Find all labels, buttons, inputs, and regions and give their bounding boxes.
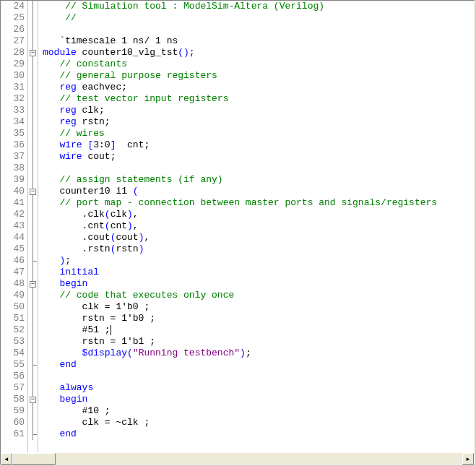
token: .cout — [43, 232, 111, 243]
code-line[interactable]: // Simulation tool : ModelSim-Altera (Ve… — [43, 1, 474, 12]
line-number: 37 — [1, 151, 25, 163]
fold-cell — [28, 1, 38, 12]
token — [43, 105, 59, 116]
code-line[interactable]: .cout(cout), — [43, 232, 474, 243]
line-number: 45 — [1, 243, 25, 255]
line-number: 30 — [1, 70, 25, 82]
token: ( — [105, 220, 111, 231]
line-number: 48 — [1, 278, 25, 290]
code-line[interactable]: // port map - connection between master … — [43, 197, 474, 209]
fold-toggle-icon[interactable]: − — [30, 281, 36, 288]
fold-toggle-icon[interactable]: − — [30, 189, 36, 195]
horizontal-scrollbar[interactable]: ◄ ► — [1, 452, 474, 464]
line-number: 59 — [1, 405, 25, 417]
code-line[interactable] — [43, 371, 474, 382]
code-line[interactable]: `timescale 1 ns/ 1 ns — [43, 35, 474, 47]
fold-cell — [28, 382, 38, 394]
code-line[interactable]: end — [43, 359, 474, 371]
code-line[interactable]: rstn = 1'b0 ; — [43, 313, 474, 324]
token — [43, 267, 59, 277]
code-line[interactable] — [43, 163, 474, 174]
line-number: 49 — [1, 290, 25, 301]
token: eachvec; — [77, 82, 127, 92]
code-line[interactable]: #10 ; — [43, 405, 474, 417]
token: $display — [82, 348, 127, 358]
code-line[interactable]: $display("Running testbench"); — [43, 348, 474, 359]
code-line[interactable]: .clk(clk), — [43, 209, 474, 220]
token: wire — [59, 139, 82, 150]
fold-cell[interactable]: − — [28, 47, 38, 59]
scrollbar-track[interactable] — [12, 453, 462, 464]
line-number: 61 — [1, 428, 25, 440]
line-number: 47 — [1, 267, 25, 278]
code-line[interactable]: reg rstn; — [43, 116, 474, 128]
token: ) — [139, 243, 144, 254]
token: rstn; — [77, 116, 111, 127]
token — [43, 70, 59, 81]
token — [43, 151, 59, 162]
line-number: 33 — [1, 105, 25, 116]
code-line[interactable]: clk = ~clk ; — [43, 417, 474, 428]
code-line[interactable]: // — [43, 12, 474, 24]
line-number: 25 — [1, 12, 25, 24]
code-line[interactable]: rstn = 1'b1 ; — [43, 336, 474, 348]
fold-cell — [28, 232, 38, 243]
fold-cell[interactable]: − — [28, 394, 38, 405]
scroll-right-button[interactable]: ► — [462, 453, 474, 465]
code-line[interactable]: reg clk; — [43, 105, 474, 116]
line-number: 56 — [1, 371, 25, 382]
code-line[interactable]: always — [43, 382, 474, 394]
code-line[interactable]: // wires — [43, 128, 474, 139]
token: rstn = 1'b0 ; — [43, 313, 155, 324]
token — [43, 128, 59, 139]
code-line[interactable]: ); — [43, 255, 474, 267]
code-line[interactable]: begin — [43, 394, 474, 405]
code-line[interactable] — [43, 24, 474, 35]
code-line[interactable]: counter10 i1 ( — [43, 186, 474, 197]
fold-cell — [28, 405, 38, 417]
fold-cell[interactable]: − — [28, 278, 38, 290]
code-line[interactable]: // assign statements (if any) — [43, 174, 474, 186]
token: // constants — [59, 59, 127, 69]
code-line[interactable]: // general purpose registers — [43, 70, 474, 82]
token: `timescale 1 ns/ 1 ns — [59, 35, 178, 46]
fold-toggle-icon[interactable]: − — [30, 397, 36, 403]
code-line[interactable]: wire [3:0] cnt; — [43, 139, 474, 151]
fold-cell — [28, 82, 38, 93]
scroll-left-button[interactable]: ◄ — [1, 453, 12, 465]
fold-cell — [28, 163, 38, 174]
fold-cell — [28, 70, 38, 82]
token: // test vector input registers — [59, 93, 228, 104]
code-line[interactable]: // test vector input registers — [43, 93, 474, 105]
token: 3:0 — [93, 139, 110, 150]
code-line[interactable]: wire cout; — [43, 151, 474, 163]
token: ) — [127, 220, 133, 231]
code-line[interactable]: #51 ; — [43, 324, 474, 336]
fold-cell — [28, 371, 38, 382]
line-number: 38 — [1, 163, 25, 174]
code-line[interactable]: .cnt(cnt), — [43, 220, 474, 232]
code-line[interactable]: // code that executes only once — [43, 290, 474, 301]
code-line[interactable]: clk = 1'b0 ; — [43, 301, 474, 313]
fold-cell[interactable]: − — [28, 186, 38, 197]
scrollbar-thumb[interactable] — [12, 453, 56, 465]
token — [43, 59, 59, 69]
code-area[interactable]: // Simulation tool : ModelSim-Altera (Ve… — [38, 1, 474, 452]
code-line[interactable]: // constants — [43, 59, 474, 70]
line-number: 43 — [1, 220, 25, 232]
editor-viewport[interactable]: 2425262728293031323334353637383940414243… — [1, 1, 474, 452]
token: .rstn — [43, 243, 111, 254]
code-line[interactable]: module counter10_vlg_tst(); — [43, 47, 474, 59]
fold-gutter[interactable]: −−−− — [28, 1, 38, 452]
fold-cell — [28, 116, 38, 128]
code-line[interactable]: .rstn(rstn) — [43, 243, 474, 255]
code-line[interactable]: reg eachvec; — [43, 82, 474, 93]
line-number: 55 — [1, 359, 25, 371]
code-line[interactable]: begin — [43, 278, 474, 290]
code-line[interactable]: initial — [43, 267, 474, 278]
token: // code that executes only once — [59, 290, 234, 301]
token: ) — [240, 348, 246, 358]
fold-toggle-icon[interactable]: − — [30, 50, 36, 56]
token: // assign statements (if any) — [59, 174, 222, 185]
code-line[interactable]: end — [43, 428, 474, 440]
